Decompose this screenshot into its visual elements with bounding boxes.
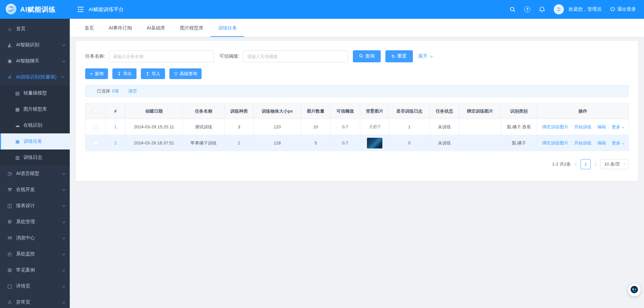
bind-training-images-link[interactable]: 绑定训练图片 — [542, 124, 569, 129]
chevron-down-icon — [623, 162, 626, 165]
task-name-input[interactable] — [109, 50, 214, 62]
chevron-down-icon — [62, 236, 65, 239]
sidebar-item-training-task[interactable]: ▣ 训练任务 — [0, 133, 70, 149]
background-image-thumbnail[interactable] — [367, 138, 382, 148]
training-task-panel: 任务名称: 可信阈值: 查询 ↻ 重置 展开 — [76, 41, 638, 181]
sidebar-item-online-dev[interactable]: ⚒ 在线开发 — [0, 182, 70, 198]
add-button[interactable]: + 新增 — [85, 68, 108, 79]
start-training-link[interactable]: 开始训练 — [574, 124, 592, 129]
col-background: 背景图片 — [360, 104, 389, 119]
advanced-query-button[interactable]: ▽ 高级查询 — [169, 68, 202, 79]
monitor-icon: ◴ — [7, 251, 13, 257]
chevron-down-icon — [62, 59, 65, 62]
tab-training-task[interactable]: 训练任务 — [211, 19, 244, 37]
search-icon[interactable] — [509, 6, 516, 12]
edit-link[interactable]: 编辑 — [597, 124, 606, 129]
grid-icon: ⊞ — [7, 267, 13, 273]
sidebar-item-lightweight-model[interactable]: ▤ 轻量级模型 — [0, 85, 70, 101]
funnel-icon: ▽ — [174, 71, 178, 76]
col-actions: 操作 — [537, 104, 629, 119]
sidebar-item-training-log[interactable]: ▥ 训练日志 — [0, 149, 70, 166]
tab-image-model-lib[interactable]: 图片模型库 — [172, 19, 211, 37]
sidebar-item-home[interactable]: ⌂ 首页 — [0, 21, 70, 37]
filter-form: 任务名称: 可信阈值: 查询 ↻ 重置 展开 — [85, 50, 629, 62]
select-all-checkbox[interactable] — [93, 109, 98, 114]
tab-ai-event-subscription[interactable]: AI事件订阅 — [101, 19, 139, 37]
sidebar-item-system-settings[interactable]: ⚙ 系统管理 — [0, 214, 70, 230]
chevron-down-icon — [62, 188, 65, 191]
import-icon: ↥ — [146, 71, 150, 76]
sidebar-item-message-center[interactable]: ✉ 消息中心 — [0, 230, 70, 246]
assistant-float-button[interactable] — [628, 284, 641, 296]
sidebar-item-detail-page[interactable]: ▢ 详情页 — [0, 278, 70, 294]
robot-icon — [630, 285, 639, 295]
tab-home[interactable]: 首页 — [77, 19, 101, 37]
sidebar-item-ai-recognition[interactable]: ◭ AI智能识别 — [0, 37, 70, 53]
message-icon: ✉ — [7, 235, 13, 241]
sidebar: ⌂ 首页 ◭ AI智能识别 ◉ AI智能聊天 ☌ AI训练识别(轻量级) ▤ 轻… — [0, 19, 70, 308]
menu-fold-icon[interactable] — [77, 6, 84, 12]
chevron-down-icon — [62, 268, 65, 271]
table-toolbar: + 新增 ↧ 导出 ↥ 导入 ▽ 高级查询 — [85, 68, 629, 79]
query-button[interactable]: 查询 — [353, 50, 381, 62]
sidebar-item-common-cases[interactable]: ⊞ 常见案例 — [0, 262, 70, 278]
clear-selection-link[interactable]: 清空 — [128, 88, 137, 94]
ai-training-icon: ☌ — [7, 74, 13, 80]
sidebar-item-online-recognition[interactable]: ☁ 在线识别 — [0, 117, 70, 133]
lightweight-model-icon: ▤ — [15, 90, 20, 96]
more-link[interactable]: 更多 — [612, 140, 624, 145]
search-icon — [359, 54, 363, 59]
next-page-button[interactable]: › — [594, 161, 597, 167]
threshold-input[interactable] — [243, 50, 348, 62]
bell-icon[interactable] — [539, 6, 545, 13]
page-icon: ▢ — [7, 283, 13, 289]
selected-count: 0项 — [112, 88, 119, 94]
sidebar-item-system-monitor[interactable]: ◴ 系统监控 — [0, 246, 70, 262]
start-training-link[interactable]: 开始训练 — [574, 140, 592, 145]
row-checkbox[interactable] — [93, 125, 98, 129]
export-button[interactable]: ↧ 导出 — [112, 68, 137, 79]
user-avatar[interactable] — [554, 4, 564, 14]
page-size-select[interactable]: 10 条/页 — [600, 159, 629, 169]
logout-button[interactable]: 退出登录 — [610, 6, 636, 12]
chevron-down-icon — [62, 204, 65, 207]
help-icon[interactable]: ? — [524, 6, 530, 12]
sidebar-item-ai-chat[interactable]: ◉ AI智能聊天 — [0, 53, 70, 69]
col-has-log: 是否训练日志 — [389, 104, 430, 119]
sidebar-item-report-design[interactable]: ◫ 报表设计 — [0, 198, 70, 214]
col-object-size: 训练物体大小px — [254, 104, 301, 119]
ai-recognition-icon: ◭ — [7, 42, 13, 48]
table-row: 2 2024-03-28 16:37:51 苹果橘子训练 2 128 5 0.7… — [86, 135, 629, 151]
prev-page-button[interactable]: ‹ — [574, 161, 577, 167]
row-checkbox[interactable] — [93, 141, 98, 145]
tab-ai-base-lib[interactable]: AI基础库 — [139, 19, 172, 37]
sidebar-item-ai-training[interactable]: ☌ AI训练识别(轻量级) — [0, 69, 70, 85]
platform-title: AI赋能训练平台 — [89, 6, 123, 13]
welcome-text[interactable]: 欢迎您，管理员 — [569, 6, 601, 12]
import-button[interactable]: ↥ 导入 — [141, 68, 165, 79]
ai-language-model-icon: ◷ — [7, 171, 13, 177]
sidebar-item-exception-page[interactable]: ⚠ 异常页 — [0, 294, 70, 308]
online-recognition-icon: ☁ — [15, 123, 20, 128]
status-text: 未训练 — [430, 135, 459, 151]
edit-link[interactable]: 编辑 — [597, 140, 606, 145]
chevron-down-icon — [62, 220, 65, 223]
page-number-1[interactable]: 1 — [581, 159, 591, 169]
home-icon: ⌂ — [7, 26, 13, 32]
col-bound-images: 绑定训练图片 — [459, 104, 501, 119]
reset-button[interactable]: ↻ 重置 — [385, 50, 413, 62]
pagination: 1-2 共2条 ‹ 1 › 10 条/页 — [85, 159, 629, 169]
chevron-down-icon — [62, 284, 65, 288]
training-task-table: # 创建日期 任务名称 训练种类 训练物体大小px 图片数量 可信阈值 背景图片… — [85, 103, 629, 151]
col-seq: # — [106, 104, 125, 119]
more-link[interactable]: 更多 — [612, 124, 624, 129]
training-task-icon: ▣ — [15, 139, 20, 144]
expand-link[interactable]: 展开 — [418, 53, 432, 59]
sidebar-item-image-model-lib[interactable]: ▦ 图片模型库 — [0, 101, 70, 117]
logo-icon — [5, 3, 17, 16]
app-header: AI赋能训练 AI赋能训练平台 ? — [0, 0, 644, 19]
col-created: 创建日期 — [125, 104, 183, 119]
col-task-name: 任务名称 — [183, 104, 225, 119]
sidebar-item-ai-language-model[interactable]: ◷ AI语言模型 — [0, 166, 70, 182]
bind-training-images-link[interactable]: 绑定训练图片 — [542, 140, 569, 145]
